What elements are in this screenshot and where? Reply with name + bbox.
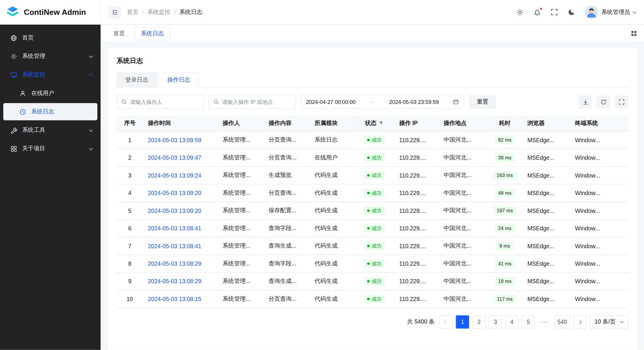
cell-content: 查询生成... — [264, 273, 310, 290]
log-time-link[interactable]: 2024-05-03 13:08:29 — [148, 260, 201, 267]
gear-icon — [10, 53, 17, 60]
menu-fold-button[interactable] — [109, 6, 121, 18]
cell-module: 代码生成 — [310, 167, 354, 184]
breadcrumb-system-monitor[interactable]: 系统监控 — [147, 8, 170, 16]
pagination-page-540[interactable]: 540 — [555, 315, 570, 328]
breadcrumb-home[interactable]: 首页 — [127, 8, 138, 16]
settings-gear-icon[interactable] — [516, 8, 524, 16]
log-time-link[interactable]: 2024-05-03 13:09:59 — [148, 137, 201, 143]
tab-login-log[interactable]: 登录日志 — [117, 73, 157, 87]
cell-index: 4 — [117, 184, 143, 202]
date-range-separator: - — [370, 99, 375, 105]
cell-location: 中国河北... — [439, 184, 487, 202]
main-column: 首页 / 系统监控 / 系统日志 — [101, 0, 644, 350]
cost-badge: 18 ms — [495, 277, 515, 286]
table-fullscreen-button[interactable] — [615, 95, 628, 108]
page-title: 系统日志 — [117, 57, 628, 65]
sidebar-item-home[interactable]: 首页 — [3, 29, 97, 46]
tabbar-tab-home[interactable]: 首页 — [107, 27, 131, 39]
log-time-link[interactable]: 2024-05-03 13:08:15 — [148, 296, 201, 302]
bell-icon[interactable] — [533, 8, 542, 16]
sidebar-item-online-users[interactable]: 在线用户 — [3, 85, 97, 102]
sidebar-item-label: 在线用户 — [31, 90, 54, 97]
log-time-link[interactable]: 2024-05-03 13:08:41 — [148, 225, 201, 232]
breadcrumb-separator: / — [174, 9, 175, 15]
log-time-link[interactable]: 2024-05-03 13:09:20 — [148, 190, 201, 196]
cell-status: 成功 — [354, 237, 394, 255]
log-time-link[interactable]: 2024-05-03 13:09:20 — [148, 208, 201, 214]
logo-bar: ContiNew Admin — [0, 0, 101, 25]
tabbar-tab-system-log[interactable]: 系统日志 — [134, 27, 170, 40]
pagination-page-1[interactable]: 1 — [456, 315, 469, 328]
table-row: 32024-05-03 13:09:24系统管理...生成预览代码生成成功110… — [117, 167, 628, 184]
refresh-button[interactable] — [597, 95, 610, 108]
cost-badge: 39 ms — [495, 153, 515, 162]
sidebar-menu: 首页 系统管理 系统监控 — [0, 25, 101, 350]
search-icon — [213, 99, 219, 104]
date-range-start: 2024-04-27 00:00:00 — [306, 99, 356, 105]
status-badge: 成功 — [364, 295, 385, 303]
cell-time: 2024-05-03 13:08:29 — [143, 273, 218, 290]
sidebar-item-system-monitor[interactable]: 系统监控 — [3, 66, 97, 83]
cell-content: 分页查询... — [264, 290, 310, 308]
pagination-page-2[interactable]: 2 — [472, 315, 485, 328]
operator-search-input[interactable] — [130, 99, 199, 105]
ip-search-box — [209, 95, 296, 109]
col-ip: 操作 IP — [394, 115, 439, 131]
col-cost: 耗时 — [487, 115, 523, 131]
cost-badge: 41 ms — [495, 259, 515, 268]
tab-operation-log[interactable]: 操作日志 — [159, 73, 199, 88]
app-viewport: ContiNew Admin 首页 系统管理 — [0, 0, 644, 350]
download-button[interactable] — [579, 95, 592, 108]
filter-funnel-icon[interactable] — [379, 121, 384, 126]
pagination-page-4[interactable]: 4 — [505, 315, 518, 328]
top-header: 首页 / 系统监控 / 系统日志 — [101, 0, 644, 25]
reset-button[interactable]: 重置 — [469, 95, 496, 109]
col-operator: 操作人 — [218, 115, 264, 131]
cell-os: Window... — [570, 184, 628, 202]
chevron-left-icon — [444, 320, 448, 324]
log-time-link[interactable]: 2024-05-03 13:08:41 — [148, 243, 201, 249]
cell-content: 查询生成... — [264, 237, 310, 255]
status-dot — [367, 227, 369, 229]
cell-os: Window... — [570, 255, 628, 272]
monitor-icon — [10, 71, 17, 78]
sidebar-item-label: 首页 — [22, 34, 34, 42]
pagination-prev-button[interactable] — [440, 315, 453, 328]
col-index: 序号 — [117, 115, 143, 131]
pagination-page-5[interactable]: 5 — [522, 315, 535, 328]
cell-browser: MSEdge... — [523, 255, 570, 272]
cell-cost: 197 ms — [487, 202, 523, 219]
refresh-icon — [600, 99, 607, 105]
sidebar-item-system-tools[interactable]: 系统工具 — [3, 121, 97, 139]
table-row: 62024-05-03 13:08:41系统管理...查询字段...代码生成成功… — [117, 219, 628, 237]
sidebar-item-system-management[interactable]: 系统管理 — [3, 47, 97, 65]
cell-cost: 9 ms — [487, 237, 523, 255]
log-time-link[interactable]: 2024-05-03 13:09:47 — [148, 154, 201, 161]
status-badge: 成功 — [364, 171, 385, 180]
log-time-link[interactable]: 2024-05-03 13:09:24 — [148, 172, 201, 179]
user-menu[interactable]: 系统管理员 — [585, 6, 636, 19]
operation-log-table: 序号 操作时间 操作人 操作内容 所属模块 状态 — [117, 115, 628, 308]
page-size-select[interactable]: 10 条/页 — [590, 315, 628, 328]
log-time-link[interactable]: 2024-05-03 13:08:29 — [148, 278, 201, 284]
sidebar-item-about-project[interactable]: 关于项目 — [3, 140, 97, 157]
cell-location: 中国河北... — [439, 167, 487, 184]
cost-badge: 9 ms — [496, 242, 513, 250]
pagination-next-button[interactable] — [573, 315, 586, 328]
cell-location: 中国河北... — [439, 273, 487, 290]
pagination-ellipsis[interactable]: ··· — [538, 315, 551, 328]
cell-location: 中国河北... — [439, 202, 487, 219]
sidebar-item-system-log[interactable]: 系统日志 — [3, 103, 97, 120]
moon-icon[interactable] — [568, 8, 576, 16]
pagination-page-3[interactable]: 3 — [489, 315, 502, 328]
apps-grid-icon[interactable] — [630, 30, 637, 37]
fullscreen-icon[interactable] — [550, 8, 559, 16]
cell-time: 2024-05-03 13:08:29 — [143, 255, 218, 272]
cell-operator: 系统管理... — [218, 167, 264, 184]
table-row: 92024-05-03 13:08:29系统管理...查询生成...代码生成成功… — [117, 273, 628, 290]
date-range-picker[interactable]: 2024-04-27 00:00:00 - 2024-05-03 23:59:5… — [301, 95, 464, 109]
cell-location: 中国河北... — [439, 237, 487, 255]
cell-index: 9 — [117, 273, 143, 290]
ip-search-input[interactable] — [222, 99, 291, 105]
